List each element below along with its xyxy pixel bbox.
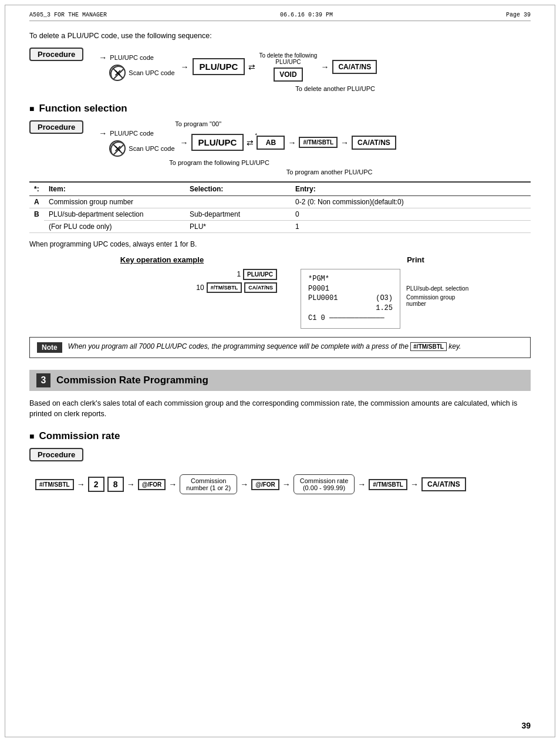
procedure-badge-3: Procedure bbox=[29, 448, 83, 461]
note-box: Note When you program all 7000 PLU/UPC c… bbox=[29, 337, 531, 358]
step1-plu-upc[interactable]: PLU/UPC bbox=[243, 269, 277, 280]
note-label: Note bbox=[37, 342, 62, 353]
row-a-letter: A bbox=[29, 195, 44, 208]
commission-rate-box: Commission rate (0.00 - 999.99) bbox=[294, 474, 355, 494]
table-row: A Commission group number 0-2 (0: Non co… bbox=[29, 195, 531, 208]
arrow-plu: → bbox=[99, 53, 107, 62]
col-item: Item: bbox=[44, 182, 185, 196]
void-key[interactable]: VOID bbox=[274, 68, 302, 82]
hash-tm-sbtl-key-1[interactable]: #/TM/SBTL bbox=[299, 137, 338, 148]
section3-intro: Based on each clerk's sales total of eac… bbox=[29, 398, 531, 420]
scan-upc-icon-1 bbox=[109, 65, 126, 81]
function-selection-heading: Function selection bbox=[29, 103, 531, 114]
num-2-key[interactable]: 2 bbox=[88, 477, 104, 492]
row-a-item: Commission group number bbox=[44, 195, 185, 208]
commission-rate-sub-heading: Commission rate bbox=[29, 430, 531, 442]
plu-upc-code-label2: PLU/UPC code bbox=[110, 130, 154, 137]
row-a-selection bbox=[185, 195, 291, 208]
arrow4: → bbox=[288, 138, 296, 147]
arrow2: → bbox=[321, 62, 329, 72]
asterisk-ab: * bbox=[255, 132, 257, 138]
row-b-sel2: PLU* bbox=[185, 220, 291, 232]
key-op-heading: Key operation example bbox=[47, 255, 277, 264]
arrow-c5: → bbox=[282, 480, 291, 489]
procedure-badge-2: Procedure bbox=[29, 120, 83, 134]
row-b-item1: PLU/sub-department selection bbox=[44, 208, 185, 220]
row-a-entry: 0-2 (0: Non commission)(default:0) bbox=[291, 195, 531, 208]
arrow-c7: → bbox=[410, 480, 419, 489]
key-op-step-2: 10 #/TM/SBTL CA/AT/NS bbox=[196, 282, 277, 293]
to-delete-another-label: To delete another PLU/UPC bbox=[295, 85, 375, 92]
at-for-key-1[interactable]: @/FOR bbox=[138, 479, 166, 490]
ab-key[interactable]: AB bbox=[257, 136, 285, 150]
plu-upc-code-label1: PLU/UPC code bbox=[110, 54, 154, 61]
scan-upc-label-1: Scan UPC code bbox=[129, 69, 174, 76]
commission-flow: #/TM/SBTL → 2 8 → @/FOR → Commission num… bbox=[35, 474, 531, 494]
num-8-key[interactable]: 8 bbox=[107, 477, 124, 492]
row-b-entry1: 0 bbox=[291, 208, 531, 220]
arrow1: → bbox=[181, 62, 189, 72]
commission-rate-section: 3 Commission Rate Programming bbox=[29, 370, 531, 391]
label-commission-group: Commission group bbox=[406, 294, 455, 301]
ca-at-ns-key-1[interactable]: CA/AT/NS bbox=[332, 60, 377, 74]
row-b-letter: B bbox=[29, 208, 44, 232]
arrow-c1: → bbox=[77, 480, 85, 489]
svg-line-1 bbox=[113, 68, 124, 80]
ca-at-ns-comm[interactable]: CA/AT/NS bbox=[421, 477, 466, 491]
row-b-entry2: 1 bbox=[291, 220, 531, 232]
arrow3: → bbox=[180, 138, 188, 147]
section1-intro: To delete a PLU/UPC code, use the follow… bbox=[29, 31, 531, 42]
to-delete-following-label: To delete the following PLU/UPC bbox=[259, 52, 317, 65]
step2-hash-tm[interactable]: #/TM/SBTL bbox=[207, 282, 242, 293]
print-heading: Print bbox=[301, 255, 531, 264]
arrow-c3: → bbox=[168, 480, 177, 489]
arrow-c2: → bbox=[127, 480, 135, 489]
arrow5: → bbox=[340, 138, 349, 147]
scan-upc-icon-2 bbox=[109, 140, 126, 157]
svg-rect-2 bbox=[111, 66, 126, 81]
hash-tm-sbtl-comm-2[interactable]: #/TM/SBTL bbox=[369, 479, 407, 490]
table-row: (For PLU code only) PLU* 1 bbox=[29, 220, 531, 232]
to-program-following-label: To program the following PLU/UPC bbox=[169, 159, 269, 166]
key-op-step-1: 1 PLU/UPC bbox=[237, 269, 277, 280]
upc-note-row: When programming UPC codes, always enter… bbox=[29, 239, 531, 249]
plu-upc-key-2[interactable]: PLU/UPC bbox=[191, 134, 244, 151]
col-star: *: bbox=[29, 182, 44, 196]
header-left: A505_3 FOR THE MANAGER bbox=[29, 12, 107, 18]
ca-at-ns-key-2[interactable]: CA/AT/NS bbox=[352, 136, 396, 150]
arrow-plu2: → bbox=[99, 129, 107, 138]
print-sample: *PGM* P0001 PLU0001 (O3) 1.25 C1 0 ─────… bbox=[301, 269, 400, 329]
procedure-badge-1: Procedure bbox=[29, 48, 83, 61]
arrow-c6: → bbox=[357, 480, 366, 489]
header-middle: 06.6.16 0:39 PM bbox=[280, 12, 333, 18]
to-program-00-label: To program "00" bbox=[175, 120, 221, 127]
plu-upc-key-1[interactable]: PLU/UPC bbox=[193, 58, 245, 75]
header-right: Page 39 bbox=[506, 12, 531, 18]
dbl-arrow-1: ⇄ bbox=[248, 62, 255, 72]
at-for-key-2[interactable]: @/FOR bbox=[251, 479, 279, 490]
arrow-c4: → bbox=[240, 480, 248, 489]
col-entry: Entry: bbox=[291, 182, 531, 196]
section3-num: 3 bbox=[36, 373, 50, 387]
row-b-sel1: Sub-department bbox=[185, 208, 291, 220]
col-selection: Selection: bbox=[185, 182, 291, 196]
to-program-another-label: To program another PLU/UPC bbox=[286, 168, 373, 176]
row-b-item2: (For PLU code only) bbox=[44, 220, 185, 232]
note-key: #/TM/SBTL bbox=[410, 342, 447, 351]
dbl-arrow-2: ⇄ bbox=[247, 138, 254, 147]
label-number: number bbox=[406, 301, 426, 307]
scan-upc-label-2: Scan UPC code bbox=[129, 145, 174, 152]
table-row: B PLU/sub-department selection Sub-depar… bbox=[29, 208, 531, 220]
svg-rect-5 bbox=[111, 142, 126, 157]
section3-heading: Commission Rate Programming bbox=[56, 375, 208, 386]
note-text: When you program all 7000 PLU/UPC codes,… bbox=[68, 342, 461, 351]
hash-tm-sbtl-comm[interactable]: #/TM/SBTL bbox=[35, 479, 74, 490]
print-labels: PLU/sub-dept. selection Commission group… bbox=[406, 285, 468, 307]
svg-line-4 bbox=[113, 144, 124, 156]
commission-number-box: Commission number (1 or 2) bbox=[180, 474, 237, 494]
step2-ca-at-ns[interactable]: CA/AT/NS bbox=[244, 282, 277, 293]
page-number: 39 bbox=[521, 721, 531, 730]
function-table: *: Item: Selection: Entry: A Commission … bbox=[29, 181, 531, 233]
label-plu-subdept: PLU/sub-dept. selection bbox=[406, 285, 468, 292]
